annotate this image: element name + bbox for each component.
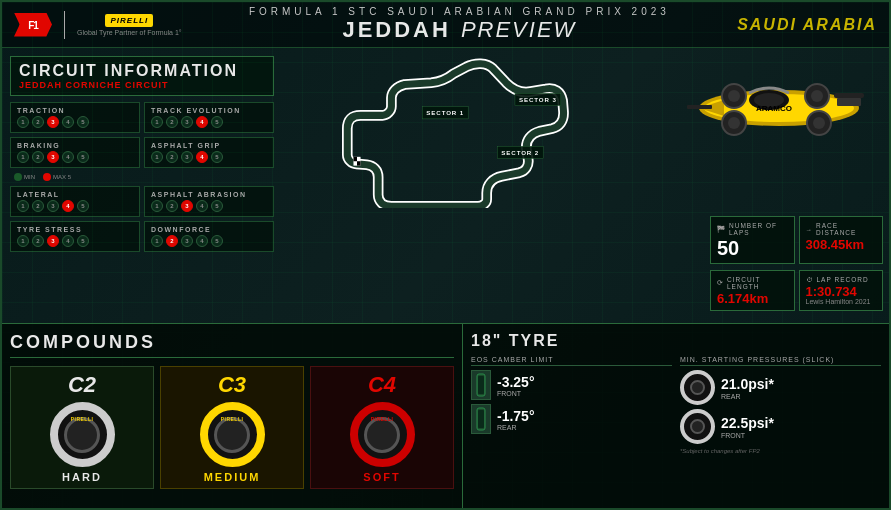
svg-point-24 <box>728 90 740 102</box>
compound-code-hard: C2 <box>16 372 148 398</box>
bottom-section: COMPOUNDS C2 PIRELLI HARD C3 PIRELLI M <box>2 323 889 508</box>
front-camber-label: FRONT <box>497 390 535 397</box>
stat-row-1: 🏁 NUMBER OF LAPS 50 → RACE DISTANCE 308.… <box>710 216 883 264</box>
svg-text:SECTOR 3: SECTOR 3 <box>519 96 557 103</box>
legend-row: MIN MAX 5 <box>14 173 270 181</box>
metric-tyre-stress: TYRE STRESS 1 2 3 4 5 <box>10 221 140 252</box>
compound-name-hard: HARD <box>16 471 148 483</box>
traction-label: TRACTION <box>17 107 133 114</box>
eos-camber-title: EOS CAMBER LIMIT <box>471 356 672 366</box>
rear-camber-label: REAR <box>497 424 535 431</box>
svg-text:SECTOR 2: SECTOR 2 <box>501 149 539 156</box>
stat-row-2: ⟳ circuIt LENGTH 6.174km ⏱ LAP RECORD 1:… <box>710 270 883 311</box>
front-camber-info: -3.25° FRONT <box>497 374 535 397</box>
race-stats: 🏁 NUMBER OF LAPS 50 → RACE DISTANCE 308.… <box>704 210 889 323</box>
jeddah-text: JEDDAH <box>342 17 450 43</box>
metric-downforce: DOWNFORCE 1 2 3 4 5 <box>144 221 274 252</box>
rear-camber-info: -1.75° REAR <box>497 408 535 431</box>
asphalt-abrasion-label: ASPHALT ABRASION <box>151 191 267 198</box>
legend-min-dot <box>14 173 22 181</box>
rear-pressure-row: 21.0psi* REAR <box>680 370 881 405</box>
tyre-stress-dots: 1 2 3 4 5 <box>17 235 133 247</box>
compound-medium: C3 PIRELLI MEDIUM <box>160 366 304 489</box>
svg-point-20 <box>728 117 740 129</box>
distance-label: → RACE DISTANCE <box>806 222 877 236</box>
tyre-icon-inner-rear <box>690 380 705 395</box>
metrics-grid-2: LATERAL 1 2 3 4 5 ASPHALT ABRASION 1 2 <box>10 186 274 252</box>
rear-pressure-info: 21.0psi* REAR <box>721 375 774 400</box>
circuit-info-title: CIRCUIT INFORMATION <box>19 62 265 80</box>
braking-label: BRAKING <box>17 142 133 149</box>
asphalt-abrasion-dots: 1 2 3 4 5 <box>151 200 267 212</box>
metric-braking: BRAKING 1 2 3 4 5 <box>10 137 140 168</box>
legend-max-dot <box>43 173 51 181</box>
tyre-info-section: 18" TYRE EOS CAMBER LIMIT -3.25° <box>462 324 889 508</box>
front-pressure-info: 22.5psi* FRONT <box>721 414 774 439</box>
downforce-label: DOWNFORCE <box>151 226 267 233</box>
preview-text: PREVIEW <box>461 17 576 43</box>
legend-max: MAX 5 <box>43 173 71 181</box>
circuit-icon: ⟳ <box>717 279 724 287</box>
circuit-track-svg: SECTOR 1 SECTOR 2 SECTOR 3 <box>292 58 632 208</box>
lap-record-value: 1:30.734 <box>806 285 877 298</box>
camber-section: EOS CAMBER LIMIT -3.25° FRONT <box>471 356 672 454</box>
track-evolution-label: TRACK EVOLUTION <box>151 107 267 114</box>
compound-code-medium: C3 <box>166 372 298 398</box>
lateral-label: LATERAL <box>17 191 133 198</box>
svg-rect-31 <box>478 410 484 428</box>
svg-rect-10 <box>357 161 361 165</box>
saudi-arabia-text: SAUDI ARABIA <box>737 16 877 34</box>
rear-pressure-label: REAR <box>721 393 774 400</box>
laps-label: 🏁 NUMBER OF LAPS <box>717 222 788 236</box>
tyre-info-grid: EOS CAMBER LIMIT -3.25° FRONT <box>471 356 881 454</box>
front-camber-row: -3.25° FRONT <box>471 370 672 400</box>
svg-text:SECTOR 1: SECTOR 1 <box>426 109 464 116</box>
tyre-section-title: 18" TYRE <box>471 332 881 350</box>
rear-pressure-value: 21.0psi* <box>721 375 774 393</box>
front-pressure-label: FRONT <box>721 432 774 439</box>
svg-text:F1: F1 <box>28 20 39 31</box>
braking-dots: 1 2 3 4 5 <box>17 151 133 163</box>
front-tyre-icon <box>680 409 715 444</box>
svg-rect-29 <box>478 376 484 394</box>
stat-distance: → RACE DISTANCE 308.45km <box>799 216 884 264</box>
asphalt-grip-dots: 1 2 3 4 5 <box>151 151 267 163</box>
asphalt-grip-label: ASPHALT GRIP <box>151 142 267 149</box>
compounds-section: COMPOUNDS C2 PIRELLI HARD C3 PIRELLI M <box>2 324 462 508</box>
laps-value: 50 <box>717 238 788 258</box>
front-camber-value: -3.25° <box>497 374 535 390</box>
svg-point-26 <box>811 90 823 102</box>
tyre-soft: PIRELLI <box>350 402 415 467</box>
front-pressure-row: 22.5psi* FRONT <box>680 409 881 444</box>
stat-circuit-length: ⟳ circuIt LENGTH 6.174km <box>710 270 795 311</box>
clock-icon: ⏱ <box>806 276 814 283</box>
camber-rear-icon <box>471 404 491 434</box>
traction-dots: 1 2 3 4 5 <box>17 116 133 128</box>
header: F1 PIRELLI Global Tyre Partner of Formul… <box>2 2 889 48</box>
svg-point-22 <box>813 117 825 129</box>
metric-asphalt-grip: ASPHALT GRIP 1 2 3 4 5 <box>144 137 274 168</box>
circuit-length-value: 6.174km <box>717 292 788 305</box>
compounds-row: C2 PIRELLI HARD C3 PIRELLI MEDIUM C4 <box>10 366 454 489</box>
min-pressures-title: MIN. STARTING PRESSURES (slick) <box>680 356 881 366</box>
legend-min: MIN <box>14 173 35 181</box>
tyre-medium: PIRELLI <box>200 402 265 467</box>
lap-record-label: ⏱ LAP RECORD <box>806 276 877 283</box>
main-container: F1 PIRELLI Global Tyre Partner of Formul… <box>0 0 891 510</box>
pirelli-badge: PIRELLI <box>105 14 153 27</box>
tyre-hard: PIRELLI <box>50 402 115 467</box>
circuit-subtitle: JEDDAH CORNICHE CIRCUIT <box>19 80 265 90</box>
front-pressure-value: 22.5psi* <box>721 414 774 432</box>
circuit-length-label: ⟳ circuIt LENGTH <box>717 276 788 290</box>
downforce-dots: 1 2 3 4 5 <box>151 235 267 247</box>
stat-laps: 🏁 NUMBER OF LAPS 50 <box>710 216 795 264</box>
camber-front-icon <box>471 370 491 400</box>
distance-value: 308.45km <box>806 238 877 251</box>
race-title-line1: FORMULA 1 STC SAUDI ARABIAN GRAND PRIX 2… <box>182 6 738 17</box>
metric-traction: TRACTION 1 2 3 4 5 <box>10 102 140 133</box>
compound-hard: C2 PIRELLI HARD <box>10 366 154 489</box>
svg-text:ARAMCO: ARAMCO <box>756 104 792 113</box>
compound-soft: C4 PIRELLI SOFT <box>310 366 454 489</box>
svg-rect-16 <box>687 105 712 109</box>
metrics-grid: TRACTION 1 2 3 4 5 TRACK EVOLUTION 1 2 <box>10 102 274 168</box>
